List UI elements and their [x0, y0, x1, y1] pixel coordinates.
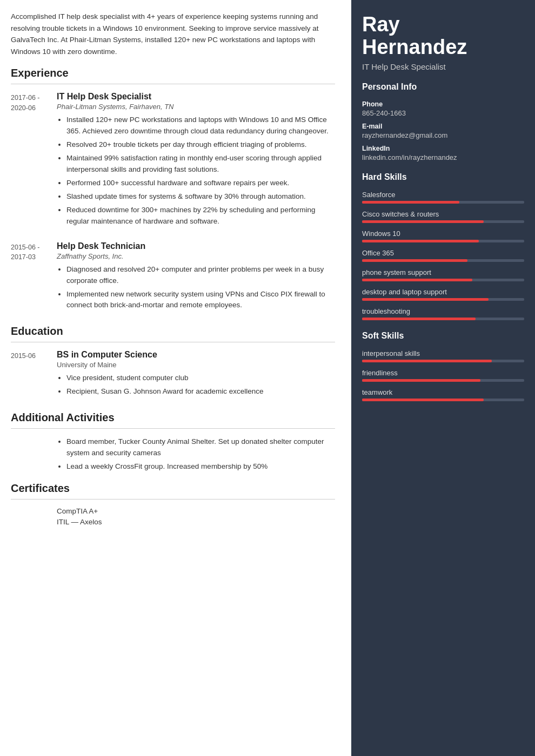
summary-text: Accomplished IT help desk specialist wit…: [11, 11, 335, 57]
skill-bar-background: [362, 240, 524, 242]
email-value: rayzhernandez@gmail.com: [362, 131, 524, 139]
hard-skills-title: Hard Skills: [362, 172, 524, 184]
experience-divider: [11, 84, 335, 84]
phone-value: 865-240-1663: [362, 109, 524, 117]
hard-skill-row: troubleshooting: [362, 307, 524, 320]
experience-content: IT Help Desk SpecialistPhair-Litman Syst…: [57, 92, 335, 229]
name-block: Ray Hernandez IT Help Desk Specialist: [362, 14, 524, 71]
list-item: Performed 100+ successful hardware and s…: [66, 178, 335, 189]
skill-bar-fill: [362, 279, 472, 281]
skill-name: troubleshooting: [362, 307, 524, 315]
list-item: Slashed update times for systems & softw…: [66, 191, 335, 202]
personal-info-section: Personal Info Phone 865-240-1663 E-mail …: [362, 82, 524, 161]
hard-skills-section: Hard Skills SalesforceCisco switches & r…: [362, 172, 524, 320]
experience-job-title: IT Help Desk Specialist: [57, 92, 335, 102]
list-item: Maintained 99% satisfaction rating in mo…: [66, 153, 335, 176]
left-panel: Accomplished IT help desk specialist wit…: [0, 0, 351, 756]
list-item: Board member, Tucker County Animal Shelt…: [66, 436, 335, 459]
experience-section-title: Experience: [11, 67, 335, 79]
list-item: Installed 120+ new PC workstations and l…: [66, 114, 335, 137]
skill-bar-fill: [362, 259, 467, 262]
experience-job-subtitle: Phair-Litman Systems, Fairhaven, TN: [57, 103, 335, 111]
list-item: Diagnosed and resolved 20+ computer and …: [66, 264, 335, 287]
list-item: Vice president, student computer club: [66, 373, 335, 384]
certificate-item: ITIL — Axelos: [57, 518, 335, 526]
soft-skills-list: interpersonal skillsfriendlinessteamwork: [362, 349, 524, 401]
activities-section-title: Additional Activities: [11, 411, 335, 424]
skill-name: Windows 10: [362, 230, 524, 238]
skill-bar-fill: [362, 240, 479, 242]
experience-entry: 2015-06 - 2017-03Help Desk TechnicianZaf…: [11, 241, 335, 314]
hard-skill-row: desktop and laptop support: [362, 288, 524, 301]
experience-job-subtitle: Zaffnathy Sports, Inc.: [57, 252, 335, 260]
skill-name: friendliness: [362, 369, 524, 377]
hard-skill-row: phone system support: [362, 268, 524, 281]
skill-bar-fill: [362, 399, 484, 401]
skill-bar-background: [362, 360, 524, 362]
hard-skill-row: Windows 10: [362, 230, 524, 242]
list-item: Recipient, Susan G. Johnson Award for ac…: [66, 386, 335, 397]
activities-divider: [11, 428, 335, 429]
skill-name: Cisco switches & routers: [362, 210, 524, 218]
skill-bar-background: [362, 318, 524, 320]
hard-skills-list: SalesforceCisco switches & routersWindow…: [362, 191, 524, 320]
skill-bar-background: [362, 298, 524, 301]
skill-bar-fill: [362, 379, 480, 382]
soft-skills-title: Soft Skills: [362, 331, 524, 343]
skill-bar-fill: [362, 220, 484, 223]
skill-bar-fill: [362, 201, 459, 204]
skill-bar-background: [362, 201, 524, 204]
skill-bar-background: [362, 279, 524, 281]
skill-bar-fill: [362, 298, 489, 301]
soft-skill-row: teamwork: [362, 388, 524, 401]
cert-list: CompTIA A+ITIL — Axelos: [57, 507, 335, 526]
education-section-title: Education: [11, 325, 335, 338]
experience-job-title: Help Desk Technician: [57, 241, 335, 251]
skill-name: desktop and laptop support: [362, 288, 524, 296]
phone-label: Phone: [362, 100, 524, 108]
experience-content: Help Desk TechnicianZaffnathy Sports, In…: [57, 241, 335, 314]
education-bullets: Vice president, student computer clubRec…: [57, 373, 335, 397]
education-content: BS in Computer ScienceUniversity of Main…: [57, 350, 335, 400]
experience-date: 2015-06 - 2017-03: [11, 241, 57, 314]
activities-bullets: Board member, Tucker County Animal Shelt…: [57, 436, 335, 473]
candidate-name: Ray Hernandez: [362, 14, 524, 59]
list-item: Implemented new network security system …: [66, 289, 335, 312]
skill-bar-background: [362, 399, 524, 401]
candidate-title: IT Help Desk Specialist: [362, 62, 524, 71]
certificates-section-title: Certificates: [11, 482, 335, 495]
linkedin-label: LinkedIn: [362, 145, 524, 152]
soft-skill-row: interpersonal skills: [362, 349, 524, 362]
hard-skill-row: Cisco switches & routers: [362, 210, 524, 223]
certificate-item: CompTIA A+: [57, 507, 335, 515]
linkedin-value: linkedin.com/in/rayzhernandez: [362, 153, 524, 161]
education-entries: 2015-06BS in Computer ScienceUniversity …: [11, 350, 335, 400]
personal-info-title: Personal Info: [362, 82, 524, 94]
education-date: 2015-06: [11, 350, 57, 400]
soft-skill-row: friendliness: [362, 369, 524, 382]
education-divider: [11, 342, 335, 342]
list-item: Resolved 20+ trouble tickets per day thr…: [66, 139, 335, 151]
skill-name: Office 365: [362, 249, 524, 257]
skill-bar-background: [362, 259, 524, 262]
experience-entry: 2017-06 - 2020-06IT Help Desk Specialist…: [11, 92, 335, 229]
skill-bar-background: [362, 379, 524, 382]
skill-bar-fill: [362, 360, 492, 362]
certificates-divider: [11, 499, 335, 500]
email-label: E-mail: [362, 123, 524, 130]
soft-skills-section: Soft Skills interpersonal skillsfriendli…: [362, 331, 524, 401]
skill-bar-fill: [362, 318, 476, 320]
hard-skill-row: Salesforce: [362, 191, 524, 204]
skill-name: interpersonal skills: [362, 349, 524, 357]
list-item: Reduced downtime for 300+ machines by 22…: [66, 205, 335, 227]
experience-bullets: Installed 120+ new PC workstations and l…: [57, 114, 335, 227]
skill-name: phone system support: [362, 268, 524, 276]
hard-skill-row: Office 365: [362, 249, 524, 262]
experience-bullets: Diagnosed and resolved 20+ computer and …: [57, 264, 335, 312]
skill-name: teamwork: [362, 388, 524, 396]
experience-date: 2017-06 - 2020-06: [11, 92, 57, 229]
education-school: University of Maine: [57, 361, 335, 369]
skill-name: Salesforce: [362, 191, 524, 199]
list-item: Lead a weekly CrossFit group. Increased …: [66, 461, 335, 473]
experience-entries: 2017-06 - 2020-06IT Help Desk Specialist…: [11, 92, 335, 313]
